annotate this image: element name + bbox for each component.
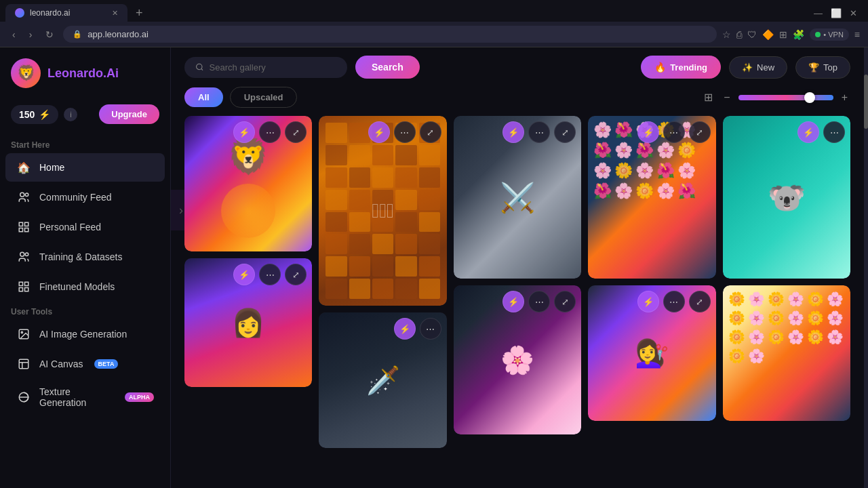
item-3-more-button[interactable]: ⋯ bbox=[528, 121, 550, 143]
sidebar-item-community-feed[interactable]: Community Feed bbox=[5, 183, 165, 211]
scroll-thumb[interactable] bbox=[864, 75, 868, 129]
gallery-item-inner-6: 👩 ⚡ ⋯ ⤢ bbox=[184, 258, 312, 387]
scrollbar[interactable] bbox=[864, 47, 868, 488]
extensions-btn[interactable]: 🧩 bbox=[793, 29, 804, 40]
beta-badge: BETA bbox=[94, 359, 119, 369]
menu-button[interactable]: ≡ bbox=[854, 29, 860, 40]
item-6-gen-button[interactable]: ⚡ bbox=[233, 264, 255, 285]
gallery-item-anime-girl[interactable]: 👩 ⚡ ⋯ ⤢ bbox=[184, 258, 312, 387]
fire-icon: 🔥 bbox=[654, 62, 666, 73]
texture-icon bbox=[16, 390, 31, 405]
grid-col-1: 𓂀𓆓𓇋 ⚡ ⋯ ⤢ 🗡️ bbox=[319, 116, 446, 448]
search-input[interactable] bbox=[210, 62, 336, 73]
item-9-gen-button[interactable]: ⚡ bbox=[637, 291, 659, 312]
item-2-expand-button[interactable]: ⤢ bbox=[420, 121, 441, 143]
svg-rect-11 bbox=[25, 288, 28, 291]
item-8-gen-button[interactable]: ⚡ bbox=[502, 291, 524, 312]
item-1-expand-button[interactable]: ⤢ bbox=[285, 121, 307, 143]
sidebar-button[interactable]: ⊞ bbox=[779, 29, 787, 40]
item-1-overlay: ⚡ ⋯ ⤢ bbox=[233, 121, 307, 143]
refresh-button[interactable]: ↻ bbox=[41, 28, 58, 41]
gallery-item-dark-warrior[interactable]: 🗡️ ⚡ ⋯ bbox=[319, 312, 446, 448]
gallery-item-inner-4: 🌸🌺🌸🌼🌸 🌺🌸🌺🌸🌼 🌸🌼🌸🌺🌸 🌺🌸🌼🌸🌺 ⚡ ⋯ ⤢ bbox=[588, 116, 715, 279]
back-button[interactable]: ‹ bbox=[8, 28, 20, 41]
zoom-out-button[interactable]: − bbox=[721, 89, 732, 106]
token-info-button[interactable]: i bbox=[64, 108, 77, 121]
gallery-item-pink-hair[interactable]: 🌸 ⚡ ⋯ ⤢ bbox=[454, 285, 581, 434]
gallery-item-lion[interactable]: 🦁 ⚡ ⋯ ⤢ bbox=[184, 116, 312, 251]
logo-text: Leonardo.Ai bbox=[47, 66, 119, 81]
item-4-more-button[interactable]: ⋯ bbox=[663, 121, 685, 143]
zoom-slider[interactable] bbox=[738, 95, 833, 100]
svg-rect-4 bbox=[19, 228, 22, 232]
sidebar-item-personal-feed[interactable]: Personal Feed bbox=[5, 213, 165, 241]
address-bar[interactable]: 🔒 app.leonardo.ai bbox=[63, 26, 717, 43]
bookmark-button[interactable]: ☆ bbox=[722, 29, 731, 40]
maximize-button[interactable]: ⬜ bbox=[831, 8, 842, 18]
gallery-item-warrior-concept[interactable]: ⚔️ ⚡ ⋯ ⤢ bbox=[454, 116, 581, 279]
item-6-overlay: ⚡ ⋯ ⤢ bbox=[233, 264, 307, 285]
forward-button[interactable]: › bbox=[25, 28, 37, 41]
sidebar-item-training[interactable]: Training & Datasets bbox=[5, 243, 165, 271]
item-2-more-button[interactable]: ⋯ bbox=[394, 121, 416, 143]
top-icon: 🏆 bbox=[808, 62, 819, 73]
sidebar-item-finetuned[interactable]: Finetuned Models bbox=[5, 272, 165, 301]
grid-view-button[interactable]: ⊞ bbox=[701, 88, 715, 106]
item-3-gen-button[interactable]: ⚡ bbox=[502, 121, 524, 143]
item-7-gen-button[interactable]: ⚡ bbox=[394, 318, 416, 340]
item-2-gen-button[interactable]: ⚡ bbox=[368, 121, 390, 143]
item-5-gen-button[interactable]: ⚡ bbox=[797, 121, 819, 143]
sidebar-item-texture[interactable]: Texture Generation ALPHA bbox=[5, 380, 165, 415]
filter-all-button[interactable]: All bbox=[184, 87, 223, 107]
grid-columns: 🦁 ⚡ ⋯ ⤢ 👩 bbox=[184, 116, 850, 448]
gallery-item-floral[interactable]: 🌸🌺🌸🌼🌸 🌺🌸🌺🌸🌼 🌸🌼🌸🌺🌸 🌺🌸🌼🌸🌺 ⚡ ⋯ ⤢ bbox=[588, 116, 715, 279]
item-4-expand-button[interactable]: ⤢ bbox=[689, 121, 711, 143]
search-button[interactable]: Search bbox=[355, 56, 420, 79]
gallery-grid: 🦁 ⚡ ⋯ ⤢ 👩 bbox=[171, 116, 864, 488]
filter-upscaled-button[interactable]: Upscaled bbox=[230, 87, 298, 108]
sidebar: 🦁 Leonardo.Ai 150 ⚡ i Upgrade Start Here… bbox=[0, 47, 171, 488]
item-4-gen-button[interactable]: ⚡ bbox=[637, 121, 659, 143]
item-8-expand-button[interactable]: ⤢ bbox=[554, 291, 576, 312]
top-button[interactable]: 🏆 Top bbox=[795, 56, 850, 79]
new-tab-button[interactable]: + bbox=[130, 6, 149, 20]
item-6-expand-button[interactable]: ⤢ bbox=[285, 264, 307, 285]
item-8-overlay: ⚡ ⋯ ⤢ bbox=[502, 291, 576, 312]
gallery-item-hieroglyphs[interactable]: 𓂀𓆓𓇋 ⚡ ⋯ ⤢ bbox=[319, 116, 446, 306]
vpn-badge: • VPN bbox=[810, 28, 849, 41]
gallery-item-orange-floral[interactable]: 🌼🌸🌼🌸🌼 🌸🌼🌸🌼🌸 🌼🌸🌼🌸🌼 🌸🌼🌸🌼🌸 bbox=[723, 285, 850, 421]
item-5-more-button[interactable]: ⋯ bbox=[823, 121, 845, 143]
item-7-more-button[interactable]: ⋯ bbox=[420, 318, 441, 340]
item-8-more-button[interactable]: ⋯ bbox=[528, 291, 550, 312]
gallery-item-inner-5: 🐨 ⚡ ⋯ bbox=[723, 116, 850, 279]
gallery-item-colorful-hair[interactable]: 💇‍♀️ ⚡ ⋯ ⤢ bbox=[588, 285, 715, 421]
upgrade-button[interactable]: Upgrade bbox=[99, 104, 159, 124]
item-1-more-button[interactable]: ⋯ bbox=[259, 121, 281, 143]
trending-button[interactable]: 🔥 Trending bbox=[641, 56, 721, 79]
sidebar-item-home[interactable]: 🏠 Home bbox=[5, 153, 165, 182]
extension-button[interactable]: 🔶 bbox=[762, 29, 774, 40]
shield-button[interactable]: 🛡 bbox=[747, 29, 757, 40]
item-1-gen-button[interactable]: ⚡ bbox=[233, 121, 255, 143]
item-6-more-button[interactable]: ⋯ bbox=[259, 264, 281, 285]
item-9-expand-button[interactable]: ⤢ bbox=[689, 291, 711, 312]
sidebar-item-ai-canvas[interactable]: AI Canvas BETA bbox=[5, 350, 165, 378]
close-window-button[interactable]: ✕ bbox=[850, 8, 857, 18]
svg-rect-9 bbox=[25, 282, 28, 285]
item-9-more-button[interactable]: ⋯ bbox=[663, 291, 685, 312]
share-button[interactable]: ⎙ bbox=[736, 29, 742, 40]
ai-image-label: AI Image Generation bbox=[39, 329, 127, 340]
sidebar-item-ai-image[interactable]: AI Image Generation bbox=[5, 320, 165, 348]
svg-point-18 bbox=[197, 64, 202, 69]
zoom-in-button[interactable]: + bbox=[839, 89, 850, 106]
sparkle-icon: ✨ bbox=[742, 62, 753, 73]
community-feed-label: Community Feed bbox=[39, 192, 112, 203]
item-3-expand-button[interactable]: ⤢ bbox=[554, 121, 576, 143]
token-count-display: 150 ⚡ bbox=[11, 105, 58, 124]
tab-close-button[interactable]: ✕ bbox=[112, 9, 118, 18]
item-7-overlay: ⚡ ⋯ bbox=[394, 318, 441, 340]
active-tab[interactable]: leonardo.ai ✕ bbox=[5, 4, 127, 22]
new-button[interactable]: ✨ New bbox=[729, 56, 787, 79]
gallery-item-koala[interactable]: 🐨 ⚡ ⋯ bbox=[723, 116, 850, 279]
minimize-button[interactable]: — bbox=[814, 8, 823, 18]
